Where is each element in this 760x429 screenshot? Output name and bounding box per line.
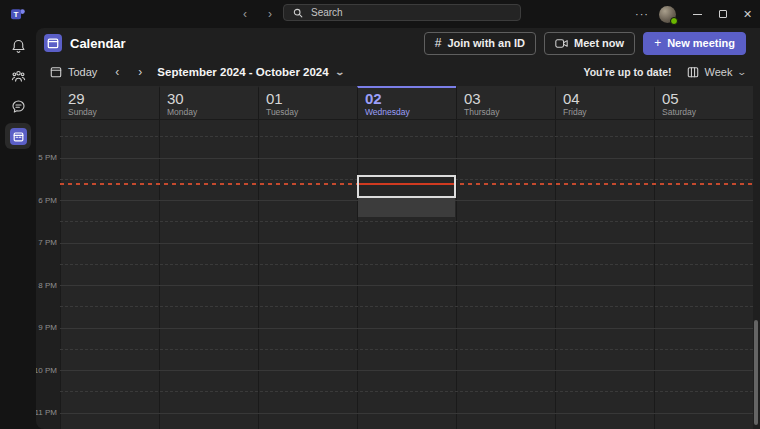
column-divider bbox=[456, 120, 457, 429]
meet-now-button[interactable]: Meet now bbox=[544, 32, 635, 55]
sidebar-item-chat[interactable] bbox=[5, 93, 31, 119]
column-divider bbox=[654, 120, 655, 429]
day-header-saturday[interactable]: 05 Saturday bbox=[654, 86, 753, 119]
time-label: 9 PM bbox=[38, 323, 57, 332]
date-range-dropdown[interactable]: September 2024 - October 2024 ⌄ bbox=[157, 66, 343, 78]
calendar-grid-area: 5 PM6 PM7 PM8 PM9 PM10 PM11 PM bbox=[36, 120, 760, 429]
day-header-wednesday-selected[interactable]: 02 Wednesday bbox=[357, 86, 456, 119]
vertical-scrollbar[interactable] bbox=[754, 320, 758, 425]
sidebar-item-community[interactable] bbox=[5, 63, 31, 89]
calendar-app-icon bbox=[44, 34, 62, 52]
teams-logo: T bbox=[10, 6, 26, 22]
day-header-monday[interactable]: 30 Monday bbox=[159, 86, 258, 119]
time-label: 10 PM bbox=[36, 366, 57, 375]
time-label: 8 PM bbox=[38, 281, 57, 290]
today-button[interactable]: Today bbox=[50, 66, 97, 78]
half-hour-line bbox=[60, 136, 753, 137]
chat-icon bbox=[10, 98, 27, 115]
hash-icon: # bbox=[435, 36, 442, 50]
panel-header: Calendar # Join with an ID Meet now bbox=[36, 28, 760, 58]
join-with-id-button[interactable]: # Join with an ID bbox=[424, 32, 536, 55]
half-hour-line bbox=[60, 306, 753, 307]
view-switcher[interactable]: Week ⌄ bbox=[687, 66, 746, 78]
maximize-button[interactable] bbox=[710, 0, 735, 28]
svg-text:T: T bbox=[14, 10, 19, 19]
week-view-icon bbox=[687, 66, 699, 78]
avatar[interactable] bbox=[659, 6, 676, 23]
column-divider bbox=[159, 120, 160, 429]
app-rail bbox=[0, 28, 36, 429]
column-divider bbox=[555, 120, 556, 429]
hour-line bbox=[60, 413, 753, 414]
titlebar: T ‹ › Search ··· ✕ bbox=[0, 0, 760, 28]
sidebar-item-calendar[interactable] bbox=[5, 123, 31, 149]
selected-time-slot[interactable] bbox=[357, 175, 456, 198]
forward-button[interactable]: › bbox=[263, 7, 277, 21]
minimize-icon bbox=[693, 14, 702, 15]
minimize-button[interactable] bbox=[685, 0, 710, 28]
time-label: 6 PM bbox=[38, 196, 57, 205]
search-icon bbox=[293, 8, 303, 18]
time-label: 5 PM bbox=[38, 153, 57, 162]
next-week-button[interactable]: › bbox=[138, 65, 142, 79]
search-placeholder: Search bbox=[311, 7, 343, 18]
calendar-icon bbox=[13, 131, 24, 142]
column-divider bbox=[60, 120, 61, 429]
teams-window: T ‹ › Search ··· ✕ bbox=[0, 0, 760, 429]
day-header-tuesday[interactable]: 01 Tuesday bbox=[258, 86, 357, 119]
day-header-thursday[interactable]: 03 Thursday bbox=[456, 86, 555, 119]
current-time-marker bbox=[359, 183, 454, 185]
day-header-sunday[interactable]: 29 Sunday bbox=[60, 86, 159, 119]
community-icon bbox=[10, 68, 27, 85]
hovered-time-slot[interactable] bbox=[358, 198, 455, 217]
calendar-grid[interactable] bbox=[60, 120, 753, 429]
bell-icon bbox=[10, 38, 27, 55]
presence-badge bbox=[670, 17, 678, 25]
maximize-icon bbox=[719, 10, 727, 18]
prev-week-button[interactable]: ‹ bbox=[115, 65, 119, 79]
calendar-toolbar: Today ‹ › September 2024 - October 2024 … bbox=[36, 58, 760, 86]
hour-line bbox=[60, 285, 753, 286]
close-button[interactable]: ✕ bbox=[735, 0, 760, 28]
close-icon: ✕ bbox=[743, 9, 752, 20]
time-label: 11 PM bbox=[36, 408, 57, 417]
camera-icon bbox=[555, 38, 568, 49]
day-header-row: 29 Sunday 30 Monday 01 Tuesday 02 Wednes… bbox=[60, 86, 753, 120]
column-divider bbox=[357, 120, 358, 429]
hour-line bbox=[60, 158, 753, 159]
more-button[interactable]: ··· bbox=[629, 8, 655, 20]
half-hour-line bbox=[60, 391, 753, 392]
chevron-down-icon: ⌄ bbox=[737, 67, 748, 77]
new-meeting-button[interactable]: + New meeting bbox=[643, 32, 746, 55]
column-divider bbox=[258, 120, 259, 429]
half-hour-line bbox=[60, 221, 753, 222]
back-button[interactable]: ‹ bbox=[238, 7, 252, 21]
sidebar-item-activity[interactable] bbox=[5, 33, 31, 59]
hour-line bbox=[60, 328, 753, 329]
calendar-today-icon bbox=[50, 66, 62, 78]
half-hour-line bbox=[60, 349, 753, 350]
page-title: Calendar bbox=[70, 36, 126, 51]
hour-line bbox=[60, 243, 753, 244]
half-hour-line bbox=[60, 264, 753, 265]
day-header-friday[interactable]: 04 Friday bbox=[555, 86, 654, 119]
calendar-panel: Calendar # Join with an ID Meet now bbox=[36, 28, 760, 429]
search-input[interactable]: Search bbox=[283, 4, 521, 21]
chevron-down-icon: ⌄ bbox=[334, 67, 345, 77]
status-text: You're up to date! bbox=[583, 66, 671, 78]
time-label: 7 PM bbox=[38, 238, 57, 247]
plus-icon: + bbox=[654, 36, 661, 50]
hour-line bbox=[60, 370, 753, 371]
time-gutter: 5 PM6 PM7 PM8 PM9 PM10 PM11 PM bbox=[36, 120, 60, 429]
